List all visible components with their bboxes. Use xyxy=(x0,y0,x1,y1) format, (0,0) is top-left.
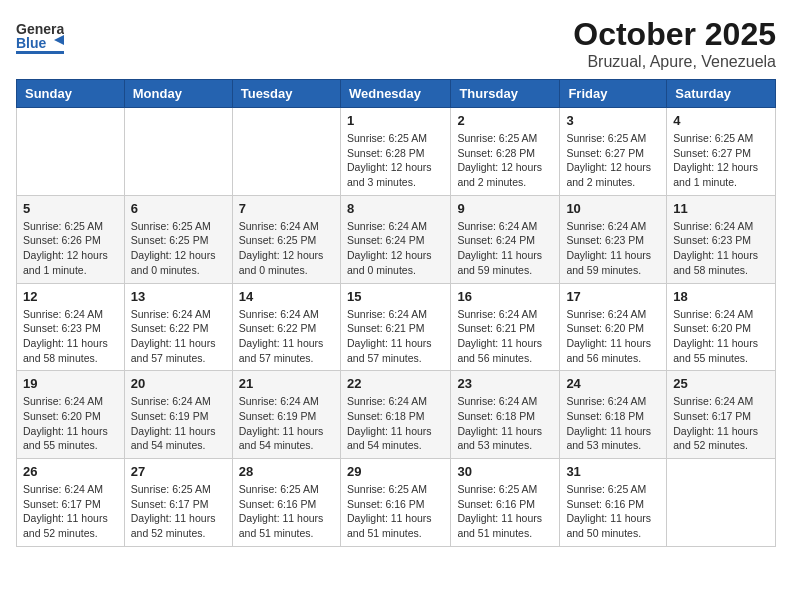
day-number: 12 xyxy=(23,289,118,304)
weekday-tuesday: Tuesday xyxy=(232,80,340,108)
day-number: 14 xyxy=(239,289,334,304)
day-number: 5 xyxy=(23,201,118,216)
day-detail: Sunrise: 6:24 AM Sunset: 6:17 PM Dayligh… xyxy=(23,482,118,541)
day-number: 18 xyxy=(673,289,769,304)
day-number: 17 xyxy=(566,289,660,304)
calendar-week-3: 19Sunrise: 6:24 AM Sunset: 6:20 PM Dayli… xyxy=(17,371,776,459)
weekday-thursday: Thursday xyxy=(451,80,560,108)
day-number: 22 xyxy=(347,376,444,391)
calendar-week-1: 5Sunrise: 6:25 AM Sunset: 6:26 PM Daylig… xyxy=(17,195,776,283)
month-title: October 2025 xyxy=(573,16,776,53)
day-detail: Sunrise: 6:24 AM Sunset: 6:25 PM Dayligh… xyxy=(239,219,334,278)
calendar-cell: 21Sunrise: 6:24 AM Sunset: 6:19 PM Dayli… xyxy=(232,371,340,459)
calendar-cell: 5Sunrise: 6:25 AM Sunset: 6:26 PM Daylig… xyxy=(17,195,125,283)
day-number: 7 xyxy=(239,201,334,216)
day-number: 26 xyxy=(23,464,118,479)
day-detail: Sunrise: 6:25 AM Sunset: 6:16 PM Dayligh… xyxy=(457,482,553,541)
calendar-cell: 3Sunrise: 6:25 AM Sunset: 6:27 PM Daylig… xyxy=(560,108,667,196)
calendar-body: 1Sunrise: 6:25 AM Sunset: 6:28 PM Daylig… xyxy=(17,108,776,547)
calendar-cell xyxy=(667,459,776,547)
day-detail: Sunrise: 6:24 AM Sunset: 6:24 PM Dayligh… xyxy=(347,219,444,278)
weekday-wednesday: Wednesday xyxy=(340,80,450,108)
calendar-cell: 9Sunrise: 6:24 AM Sunset: 6:24 PM Daylig… xyxy=(451,195,560,283)
day-number: 9 xyxy=(457,201,553,216)
day-detail: Sunrise: 6:25 AM Sunset: 6:16 PM Dayligh… xyxy=(566,482,660,541)
weekday-sunday: Sunday xyxy=(17,80,125,108)
location-title: Bruzual, Apure, Venezuela xyxy=(573,53,776,71)
day-detail: Sunrise: 6:24 AM Sunset: 6:17 PM Dayligh… xyxy=(673,394,769,453)
day-number: 27 xyxy=(131,464,226,479)
day-number: 10 xyxy=(566,201,660,216)
calendar-cell: 1Sunrise: 6:25 AM Sunset: 6:28 PM Daylig… xyxy=(340,108,450,196)
calendar-cell: 7Sunrise: 6:24 AM Sunset: 6:25 PM Daylig… xyxy=(232,195,340,283)
weekday-monday: Monday xyxy=(124,80,232,108)
day-number: 30 xyxy=(457,464,553,479)
calendar-cell xyxy=(232,108,340,196)
calendar-cell xyxy=(17,108,125,196)
weekday-friday: Friday xyxy=(560,80,667,108)
calendar-cell: 28Sunrise: 6:25 AM Sunset: 6:16 PM Dayli… xyxy=(232,459,340,547)
calendar-cell: 10Sunrise: 6:24 AM Sunset: 6:23 PM Dayli… xyxy=(560,195,667,283)
day-number: 21 xyxy=(239,376,334,391)
day-number: 31 xyxy=(566,464,660,479)
day-number: 6 xyxy=(131,201,226,216)
calendar-cell: 30Sunrise: 6:25 AM Sunset: 6:16 PM Dayli… xyxy=(451,459,560,547)
day-detail: Sunrise: 6:25 AM Sunset: 6:17 PM Dayligh… xyxy=(131,482,226,541)
calendar-cell: 17Sunrise: 6:24 AM Sunset: 6:20 PM Dayli… xyxy=(560,283,667,371)
weekday-saturday: Saturday xyxy=(667,80,776,108)
logo: General Blue xyxy=(16,16,70,62)
calendar-cell: 2Sunrise: 6:25 AM Sunset: 6:28 PM Daylig… xyxy=(451,108,560,196)
svg-text:Blue: Blue xyxy=(16,35,47,51)
calendar-week-4: 26Sunrise: 6:24 AM Sunset: 6:17 PM Dayli… xyxy=(17,459,776,547)
day-number: 23 xyxy=(457,376,553,391)
day-detail: Sunrise: 6:25 AM Sunset: 6:27 PM Dayligh… xyxy=(566,131,660,190)
calendar-cell: 12Sunrise: 6:24 AM Sunset: 6:23 PM Dayli… xyxy=(17,283,125,371)
day-detail: Sunrise: 6:25 AM Sunset: 6:27 PM Dayligh… xyxy=(673,131,769,190)
calendar-cell: 31Sunrise: 6:25 AM Sunset: 6:16 PM Dayli… xyxy=(560,459,667,547)
day-detail: Sunrise: 6:25 AM Sunset: 6:16 PM Dayligh… xyxy=(347,482,444,541)
calendar-cell: 14Sunrise: 6:24 AM Sunset: 6:22 PM Dayli… xyxy=(232,283,340,371)
calendar-cell: 20Sunrise: 6:24 AM Sunset: 6:19 PM Dayli… xyxy=(124,371,232,459)
day-number: 1 xyxy=(347,113,444,128)
svg-rect-3 xyxy=(16,51,64,54)
day-detail: Sunrise: 6:25 AM Sunset: 6:28 PM Dayligh… xyxy=(457,131,553,190)
calendar-cell: 8Sunrise: 6:24 AM Sunset: 6:24 PM Daylig… xyxy=(340,195,450,283)
calendar-cell: 23Sunrise: 6:24 AM Sunset: 6:18 PM Dayli… xyxy=(451,371,560,459)
day-number: 25 xyxy=(673,376,769,391)
day-detail: Sunrise: 6:25 AM Sunset: 6:25 PM Dayligh… xyxy=(131,219,226,278)
day-detail: Sunrise: 6:24 AM Sunset: 6:20 PM Dayligh… xyxy=(673,307,769,366)
calendar-cell: 16Sunrise: 6:24 AM Sunset: 6:21 PM Dayli… xyxy=(451,283,560,371)
calendar-cell: 26Sunrise: 6:24 AM Sunset: 6:17 PM Dayli… xyxy=(17,459,125,547)
day-detail: Sunrise: 6:24 AM Sunset: 6:22 PM Dayligh… xyxy=(239,307,334,366)
day-detail: Sunrise: 6:25 AM Sunset: 6:26 PM Dayligh… xyxy=(23,219,118,278)
day-number: 15 xyxy=(347,289,444,304)
day-detail: Sunrise: 6:24 AM Sunset: 6:24 PM Dayligh… xyxy=(457,219,553,278)
calendar-cell: 6Sunrise: 6:25 AM Sunset: 6:25 PM Daylig… xyxy=(124,195,232,283)
calendar-cell: 29Sunrise: 6:25 AM Sunset: 6:16 PM Dayli… xyxy=(340,459,450,547)
day-number: 3 xyxy=(566,113,660,128)
calendar-cell: 18Sunrise: 6:24 AM Sunset: 6:20 PM Dayli… xyxy=(667,283,776,371)
day-number: 8 xyxy=(347,201,444,216)
calendar-week-2: 12Sunrise: 6:24 AM Sunset: 6:23 PM Dayli… xyxy=(17,283,776,371)
day-detail: Sunrise: 6:24 AM Sunset: 6:20 PM Dayligh… xyxy=(23,394,118,453)
day-detail: Sunrise: 6:25 AM Sunset: 6:16 PM Dayligh… xyxy=(239,482,334,541)
day-detail: Sunrise: 6:24 AM Sunset: 6:19 PM Dayligh… xyxy=(131,394,226,453)
calendar-cell: 27Sunrise: 6:25 AM Sunset: 6:17 PM Dayli… xyxy=(124,459,232,547)
day-number: 29 xyxy=(347,464,444,479)
calendar-cell xyxy=(124,108,232,196)
day-detail: Sunrise: 6:24 AM Sunset: 6:23 PM Dayligh… xyxy=(566,219,660,278)
calendar-cell: 19Sunrise: 6:24 AM Sunset: 6:20 PM Dayli… xyxy=(17,371,125,459)
day-detail: Sunrise: 6:25 AM Sunset: 6:28 PM Dayligh… xyxy=(347,131,444,190)
day-detail: Sunrise: 6:24 AM Sunset: 6:21 PM Dayligh… xyxy=(347,307,444,366)
calendar-cell: 15Sunrise: 6:24 AM Sunset: 6:21 PM Dayli… xyxy=(340,283,450,371)
calendar-week-0: 1Sunrise: 6:25 AM Sunset: 6:28 PM Daylig… xyxy=(17,108,776,196)
calendar-cell: 24Sunrise: 6:24 AM Sunset: 6:18 PM Dayli… xyxy=(560,371,667,459)
day-detail: Sunrise: 6:24 AM Sunset: 6:20 PM Dayligh… xyxy=(566,307,660,366)
day-detail: Sunrise: 6:24 AM Sunset: 6:19 PM Dayligh… xyxy=(239,394,334,453)
day-number: 24 xyxy=(566,376,660,391)
day-detail: Sunrise: 6:24 AM Sunset: 6:23 PM Dayligh… xyxy=(673,219,769,278)
calendar-table: SundayMondayTuesdayWednesdayThursdayFrid… xyxy=(16,79,776,547)
calendar-cell: 13Sunrise: 6:24 AM Sunset: 6:22 PM Dayli… xyxy=(124,283,232,371)
day-number: 19 xyxy=(23,376,118,391)
day-number: 2 xyxy=(457,113,553,128)
